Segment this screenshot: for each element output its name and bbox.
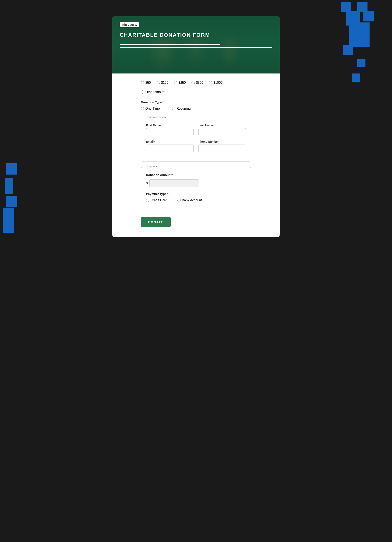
form-body: $50 $100 $250 $500 $1000 Other amount (112, 74, 280, 237)
amount-label-500: $500 (196, 81, 203, 85)
deco-square-8 (352, 74, 360, 82)
logo-badge: #theCause. (120, 22, 139, 27)
amount-radio-250[interactable] (174, 81, 177, 84)
form-header: #theCause. CHARITABLE DONATION FORM (112, 16, 280, 74)
donation-type-onetime[interactable]: One-Time (141, 107, 160, 110)
donation-type-options: One-Time Recurring (141, 107, 251, 110)
donation-type-radio-onetime[interactable] (141, 107, 144, 110)
payment-section: Payment Donation Amount* $ Paymnet Type* (141, 167, 251, 207)
amount-input-wrapper: $ (146, 179, 246, 187)
amount-option-500[interactable]: $500 (191, 81, 203, 85)
deco-square-1 (341, 2, 351, 12)
deco-square-6 (343, 45, 353, 55)
progress-bars (120, 44, 272, 48)
payment-type-cc[interactable]: Credit Card (146, 198, 167, 202)
amount-radio-500[interactable] (191, 81, 195, 84)
donation-amount-group: Donation Amount* $ (146, 173, 246, 187)
donation-type-label-recurring: Recurring (177, 107, 191, 110)
payment-type-group: Paymnet Type* Credit Card Bank Account (146, 192, 246, 202)
progress-bar-row-2 (120, 47, 272, 48)
form-card: #theCause. CHARITABLE DONATION FORM $50 (112, 16, 280, 237)
payment-type-ba[interactable]: Bank Account (177, 198, 202, 202)
email-required: * (154, 140, 155, 143)
amount-label-50: $50 (145, 81, 151, 85)
donation-amount-label: Donation Amount* (146, 173, 246, 177)
amount-option-100[interactable]: $100 (157, 81, 169, 85)
amount-radio-1000[interactable] (209, 81, 212, 84)
header-content: #theCause. CHARITABLE DONATION FORM (112, 16, 280, 54)
amount-options-row: $50 $100 $250 $500 $1000 Other amount (141, 81, 251, 94)
deco-square-10 (5, 178, 13, 194)
donation-type-required: * (163, 100, 164, 104)
first-name-group: First Name (146, 124, 194, 136)
first-name-input[interactable] (146, 128, 194, 136)
donation-type-radio-recurring[interactable] (172, 107, 175, 110)
progress-bar-1 (120, 44, 220, 45)
last-name-input[interactable] (198, 128, 246, 136)
first-name-label: First Name (146, 124, 194, 127)
amount-radio-other[interactable] (141, 90, 144, 94)
amount-radio-100[interactable] (157, 81, 160, 84)
contact-row: Email* Phone Number (146, 140, 246, 152)
deco-square-11 (6, 196, 17, 207)
your-information-section: Your Information First Name Last Name Em… (141, 118, 251, 162)
donation-type-label-onetime: One-Time (145, 107, 160, 110)
deco-square-9 (6, 163, 17, 174)
amount-option-250[interactable]: $250 (174, 81, 186, 85)
email-label: Email* (146, 140, 194, 143)
name-row: First Name Last Name (146, 124, 246, 136)
deco-square-5 (349, 22, 370, 47)
payment-type-required: * (167, 192, 169, 195)
donation-type-label: Donation Type* (141, 100, 251, 104)
amount-label-100: $100 (161, 81, 169, 85)
donation-type-section: Donation Type* One-Time Recurring (141, 100, 251, 110)
logo-rest: theCause. (123, 23, 137, 26)
deco-square-2 (357, 2, 368, 12)
phone-group: Phone Number (198, 140, 246, 152)
payment-legend: Payment (145, 165, 158, 168)
currency-symbol: $ (146, 181, 148, 185)
payment-type-label-cc: Credit Card (151, 198, 167, 202)
last-name-label: Last Name (198, 124, 246, 127)
email-input[interactable] (146, 145, 194, 152)
payment-type-radio-ba[interactable] (177, 199, 181, 202)
payment-type-radio-cc[interactable] (146, 199, 149, 202)
last-name-group: Last Name (198, 124, 246, 136)
deco-square-4 (363, 11, 374, 22)
amount-label-1000: $1000 (213, 81, 223, 85)
progress-bar-2a (120, 47, 181, 48)
amount-label-other: Other amount (145, 90, 165, 94)
amount-option-other[interactable]: Other amount (141, 90, 165, 94)
phone-label: Phone Number (198, 140, 246, 143)
form-title: CHARITABLE DONATION FORM (120, 32, 272, 38)
your-information-legend: Your Information (145, 115, 167, 119)
payment-type-label-ba: Bank Account (182, 198, 202, 202)
payment-type-options: Credit Card Bank Account (146, 198, 246, 202)
amount-option-50[interactable]: $50 (141, 81, 151, 85)
amount-radio-50[interactable] (141, 81, 144, 84)
donate-button[interactable]: DONATE (141, 217, 171, 227)
logo-text: #theCause. (122, 23, 137, 26)
amount-label-250: $250 (179, 81, 186, 85)
donation-amount-input[interactable] (149, 179, 198, 187)
donation-amount-required: * (172, 173, 173, 177)
deco-square-12 (3, 208, 14, 233)
donation-type-recurring[interactable]: Recurring (172, 107, 191, 110)
email-group: Email* (146, 140, 194, 152)
deco-square-7 (357, 59, 365, 67)
amount-option-1000[interactable]: $1000 (209, 81, 223, 85)
logo-hash: # (122, 23, 123, 26)
phone-input[interactable] (198, 145, 246, 152)
progress-bar-2b (183, 47, 224, 48)
payment-type-label: Paymnet Type* (146, 192, 246, 195)
